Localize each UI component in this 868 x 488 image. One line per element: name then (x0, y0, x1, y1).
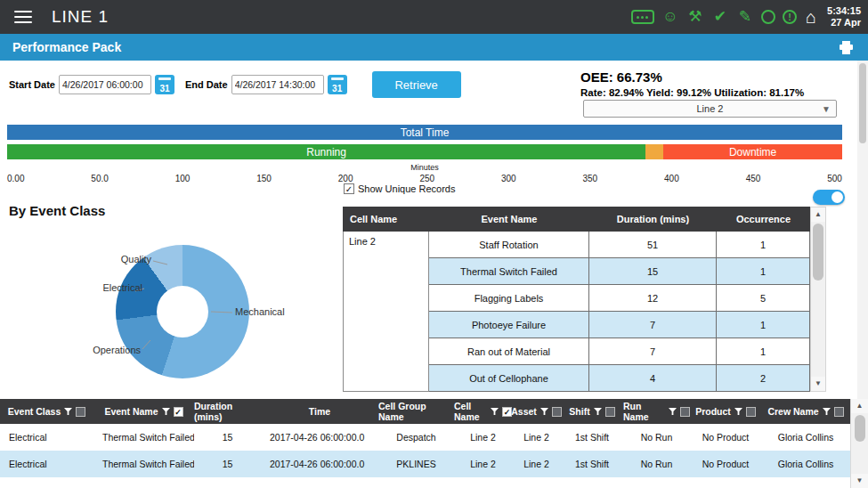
end-calendar-icon[interactable]: 31 (328, 75, 347, 94)
detail-cell: 2017-04-26 06:00:00.0 (261, 451, 378, 477)
axis-title: Minutes (7, 163, 842, 172)
event-table-row[interactable]: Flagging Labels125 (429, 285, 810, 312)
scroll-thumb[interactable] (859, 63, 866, 143)
date-controls: Start Date 31 End Date 31 Retrieve (9, 71, 461, 98)
col-event-name[interactable]: Event Name (429, 214, 589, 224)
menu-icon[interactable] (14, 7, 32, 27)
runtime-bar: RunningDowntime (7, 144, 842, 159)
event-name-cell: Thermal Switch Failed (429, 258, 589, 285)
detail-cell: 2017-04-26 06:00:00.0 (261, 424, 378, 451)
show-unique-checkbox[interactable]: ✓ (344, 183, 354, 194)
event-name-cell: Out of Cellophane (429, 365, 589, 392)
timeline-segment-idle (645, 144, 663, 159)
column-header-cell-group-name[interactable]: Cell Group Name (378, 399, 454, 424)
column-header-asset[interactable]: Asset (512, 399, 561, 424)
column-header-duration-mins-[interactable]: Duration (mins) (194, 399, 261, 424)
column-header-product[interactable]: Product (690, 399, 761, 424)
timeline: Total Time RunningDowntime Minutes 0.005… (7, 125, 842, 183)
column-label: Cell Name (454, 401, 487, 422)
edit-icon[interactable]: ✎ (736, 8, 754, 26)
detail-cell: Despatch (378, 424, 454, 451)
event-table-row[interactable]: Staff Rotation511 (429, 232, 810, 258)
line-selector[interactable]: Line 2 ▼ (583, 100, 837, 118)
smiley-icon[interactable]: ☺ (661, 8, 679, 26)
occurrence-cell: 1 (717, 312, 810, 338)
duration-cell: 12 (589, 285, 717, 312)
retrieve-button[interactable]: Retrieve (372, 71, 461, 98)
event-table-row[interactable]: Out of Cellophane42 (429, 365, 810, 392)
panel-title: Performance Pack (12, 40, 121, 54)
detail-table-body: ElectricalThermal Switch Failed152017-04… (0, 424, 868, 477)
timeline-segment-downtime: Downtime (663, 144, 842, 159)
column-checkbox[interactable] (605, 407, 615, 417)
tools-icon[interactable]: ⚒ (686, 8, 704, 26)
records-toggle[interactable] (813, 190, 845, 205)
scroll-up-icon[interactable]: ▲ (851, 399, 868, 413)
column-label: Run Name (623, 401, 665, 422)
column-checkbox[interactable] (746, 407, 756, 417)
col-duration[interactable]: Duration (mins) (589, 214, 717, 224)
home-icon[interactable]: ⌂ (806, 8, 816, 26)
end-date-input[interactable] (231, 75, 324, 94)
detail-cell: Line 2 (454, 451, 512, 477)
start-date-input[interactable] (59, 75, 151, 94)
column-checkbox[interactable]: ✓ (174, 407, 183, 417)
slice-label-operations: Operations (71, 345, 141, 355)
scroll-thumb[interactable] (813, 224, 823, 281)
filter-icon[interactable] (669, 408, 677, 416)
event-table-scrollbar[interactable]: ▲ ▼ (810, 207, 826, 392)
clock: 5:34:15 27 Apr (827, 5, 861, 28)
filter-icon[interactable] (734, 408, 742, 416)
event-table-row[interactable]: Ran out of Material71 (429, 338, 810, 365)
column-header-event-name[interactable]: Event Name✓ (93, 399, 194, 424)
page-scrollbar[interactable] (857, 61, 868, 399)
column-header-event-class[interactable]: Event Class (0, 399, 93, 424)
print-icon[interactable] (839, 41, 854, 54)
event-table-row[interactable]: Thermal Switch Failed151 (429, 258, 810, 285)
filter-icon[interactable] (594, 408, 602, 416)
axis-tick: 450 (746, 174, 761, 183)
detail-table-scrollbar[interactable]: ▲ ▼ (850, 399, 868, 488)
column-checkbox[interactable] (680, 407, 690, 417)
duration-cell: 4 (589, 365, 717, 392)
column-header-crew-name[interactable]: Crew Name (761, 399, 850, 424)
column-header-time[interactable]: Time (261, 399, 378, 424)
total-time-bar: Total Time (7, 125, 842, 140)
scroll-down-icon[interactable]: ▼ (851, 474, 868, 488)
axis-tick: 100 (175, 174, 191, 183)
column-header-run-name[interactable]: Run Name (623, 399, 690, 424)
filter-icon[interactable] (491, 408, 499, 416)
alert-icon[interactable]: ! (783, 10, 797, 24)
scroll-thumb[interactable] (855, 415, 865, 442)
circle-icon[interactable] (761, 10, 775, 24)
filter-icon[interactable] (162, 408, 170, 416)
column-header-shift[interactable]: Shift (561, 399, 623, 424)
detail-table-row[interactable]: ElectricalThermal Switch Failed152017-04… (0, 451, 850, 477)
filter-icon[interactable] (540, 408, 548, 416)
detail-table-row[interactable]: ElectricalThermal Switch Failed152017-04… (0, 424, 850, 451)
filter-icon[interactable] (823, 408, 831, 416)
slice-label-electrical: Electrical (76, 282, 142, 293)
column-checkbox[interactable] (76, 407, 85, 417)
event-table-row[interactable]: Photoeye Failure71 (429, 312, 810, 338)
column-label: Crew Name (767, 406, 818, 417)
detail-cell: Electrical (0, 424, 93, 451)
detail-table-header: Event ClassEvent Name✓Duration (mins)Tim… (0, 399, 850, 424)
detail-cell: Line 2 (454, 424, 512, 451)
detail-cell: Line 2 (512, 451, 561, 477)
start-calendar-icon[interactable]: 31 (155, 75, 174, 94)
check-icon[interactable]: ✔ (711, 8, 729, 26)
filter-icon[interactable] (64, 408, 72, 416)
dots-badge-icon[interactable] (631, 10, 654, 24)
col-cell-name[interactable]: Cell Name (343, 214, 429, 224)
axis-tick: 150 (256, 174, 272, 183)
column-checkbox[interactable] (834, 407, 844, 417)
scroll-up-icon[interactable]: ▲ (811, 207, 825, 222)
col-occurrence[interactable]: Occurrence (717, 214, 810, 224)
detail-cell: Thermal Switch Failed (93, 451, 194, 477)
event-name-cell: Staff Rotation (429, 232, 589, 258)
scroll-down-icon[interactable]: ▼ (811, 377, 825, 391)
panel-header: Performance Pack (0, 34, 868, 61)
show-unique-control[interactable]: ✓ Show Unique Records (344, 183, 455, 194)
column-header-cell-name[interactable]: Cell Name✓ (454, 399, 512, 424)
